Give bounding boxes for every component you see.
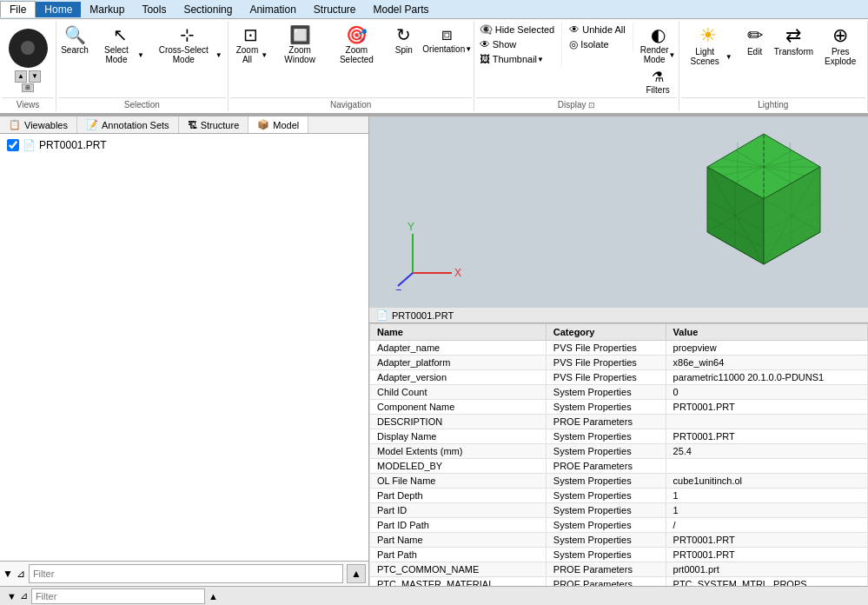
menu-structure[interactable]: Structure [305, 2, 365, 17]
zoom-selected-button[interactable]: 🎯 Zoom Selected [328, 23, 385, 66]
show-button[interactable]: 👁 Show [476, 37, 559, 51]
orientation-button[interactable]: ⧈ Orientation▼ [423, 23, 472, 56]
table-row[interactable]: Adapter_versionPVS File Propertiesparame… [370, 370, 868, 385]
transform-icon: ⇄ [785, 24, 801, 47]
menu-animation[interactable]: Animation [241, 2, 304, 17]
edit-icon: ✏ [747, 24, 763, 47]
tab-model[interactable]: 📦 Model [248, 116, 308, 133]
cell-value: cube1unitinch.ol [666, 474, 867, 489]
cell-value: PTC_SYSTEM_MTRL_PROPS [666, 577, 867, 587]
svg-text:X: X [454, 267, 461, 279]
cell-name: Part Depth [370, 489, 547, 503]
spin-button[interactable]: ↻ Spin [387, 23, 421, 57]
unhide-all-button[interactable]: 👁 Unhide All [566, 23, 629, 37]
zoom-window-button[interactable]: 🔲 Zoom Window [273, 23, 327, 66]
hide-selected-icon: 👁‍🗨 [480, 23, 493, 36]
menu-sectioning[interactable]: Sectioning [175, 2, 241, 17]
hide-selected-button[interactable]: 👁‍🗨 Hide Selected [476, 23, 559, 37]
menu-home[interactable]: Home [36, 2, 81, 17]
cell-category: System Properties [546, 474, 666, 489]
tab-viewables-label: Viewables [24, 120, 68, 130]
orientation-label: Orientation▼ [422, 44, 472, 54]
properties-tab-icon: 📄 [376, 309, 388, 321]
cell-value [666, 459, 867, 474]
light-scenes-button[interactable]: ☀ Light Scenes▼ [681, 23, 736, 68]
selection-label: Selection [58, 97, 226, 110]
filter-expand-button[interactable]: ▲ [347, 564, 366, 583]
cross-select-button[interactable]: ⊹ Cross-Select Mode▼ [149, 23, 226, 66]
tree-item-label: PRT0001.PRT [39, 139, 107, 151]
tab-viewables[interactable]: 📋 Viewables [0, 116, 77, 133]
cell-category: PVS File Properties [546, 341, 666, 356]
svg-text:Z: Z [395, 288, 401, 290]
edit-button[interactable]: ✏ Edit [738, 23, 772, 58]
display-expand-icon[interactable]: ⊡ [588, 101, 595, 110]
pres-explode-button[interactable]: ⊕ Pres Explode [815, 23, 865, 68]
status-filter-input[interactable] [31, 588, 205, 604]
menu-markup[interactable]: Markup [81, 2, 133, 17]
zoom-all-button[interactable]: ⊡ Zoom All▼ [230, 23, 271, 66]
menu-tools[interactable]: Tools [133, 2, 175, 17]
table-row[interactable]: DESCRIPTIONPROE Parameters [370, 415, 868, 429]
filter-input[interactable] [29, 564, 343, 583]
table-row[interactable]: OL File NameSystem Propertiescube1unitin… [370, 474, 868, 489]
table-row[interactable]: Model Extents (mm)System Properties25.4 [370, 444, 868, 459]
table-row[interactable]: Child CountSystem Properties0 [370, 385, 868, 400]
cell-name: Part ID Path [370, 518, 547, 533]
zoom-window-label: Zoom Window [276, 45, 323, 64]
transform-button[interactable]: ⇄ Transform [774, 23, 814, 58]
tab-annotation-sets[interactable]: 📝 Annotation Sets [77, 116, 179, 133]
table-row[interactable]: Adapter_platformPVS File Propertiesx86e_… [370, 356, 868, 370]
viewables-icon: 📋 [9, 119, 21, 130]
cell-value: PRT0001.PRT [666, 533, 867, 548]
view-scroll-up[interactable]: ▲ [15, 70, 27, 83]
cell-value: PRT0001.PRT [666, 429, 867, 444]
tab-structure[interactable]: 🏗 Structure [179, 116, 249, 133]
select-mode-button[interactable]: ↖ Select Mode▼ [93, 23, 148, 66]
zoom-all-label: Zoom All▼ [234, 45, 268, 64]
annotation-icon: 📝 [86, 119, 98, 130]
cell-name: PTC_MASTER_MATERIAL [370, 577, 547, 587]
cell-category: PROE Parameters [546, 562, 666, 577]
table-row[interactable]: Part PathSystem PropertiesPRT0001.PRT [370, 548, 868, 562]
cell-category: PROE Parameters [546, 577, 666, 587]
list-item[interactable]: 📄 PRT0001.PRT [3, 137, 365, 153]
filters-button[interactable]: ⚗ Filters [637, 67, 679, 96]
col-name-header: Name [370, 324, 547, 341]
edit-label: Edit [747, 47, 762, 57]
table-row[interactable]: Part NameSystem PropertiesPRT0001.PRT [370, 533, 868, 548]
isolate-button[interactable]: ◎ Isolate [566, 37, 629, 51]
table-row[interactable]: PTC_MASTER_MATERIALPROE ParametersPTC_SY… [370, 577, 868, 587]
render-mode-button[interactable]: ◐ Render Mode▼ [637, 23, 679, 66]
menu-file[interactable]: File [0, 1, 36, 17]
view-grid-toggle[interactable]: ⊞ [22, 83, 34, 92]
left-panel: 📋 Viewables 📝 Annotation Sets 🏗 Structur… [0, 116, 369, 586]
select-mode-label: Select Mode▼ [96, 45, 144, 64]
search-icon: 🔍 [64, 24, 86, 45]
table-row[interactable]: Part IDSystem Properties1 [370, 503, 868, 518]
table-row[interactable]: Display NameSystem PropertiesPRT0001.PRT [370, 429, 868, 444]
cell-value: / [666, 518, 867, 533]
table-row[interactable]: PTC_COMMON_NAMEPROE Parametersprt0001.pr… [370, 562, 868, 577]
view-scroll-down[interactable]: ▼ [29, 70, 41, 83]
cell-name: Component Name [370, 400, 547, 415]
thumbnail-button[interactable]: 🖼 Thumbnail ▼ [476, 52, 559, 66]
ribbon: ▲ ▼ ⊞ Views 🔍 Search ↖ Select Mode▼ [0, 19, 868, 116]
svg-line-4 [398, 273, 413, 286]
tab-structure-label: Structure [201, 120, 240, 130]
tree-checkbox[interactable] [7, 139, 19, 151]
table-row[interactable]: Part ID PathSystem Properties/ [370, 518, 868, 533]
menu-model-parts[interactable]: Model Parts [365, 2, 438, 17]
cell-name: Part Path [370, 548, 547, 562]
table-row[interactable]: Component NameSystem PropertiesPRT0001.P… [370, 400, 868, 415]
filter-bar: ▼ ⊿ ▲ [0, 561, 368, 586]
show-label: Show [493, 39, 517, 50]
show-icon: 👁 [480, 38, 490, 50]
status-expand-icon[interactable]: ▲ [209, 591, 218, 602]
table-row[interactable]: Adapter_namePVS File Propertiesproepview [370, 341, 868, 356]
table-row[interactable]: Part DepthSystem Properties1 [370, 489, 868, 503]
table-row[interactable]: MODELED_BYPROE Parameters [370, 459, 868, 474]
render-mode-label: Render Mode▼ [640, 45, 676, 64]
cell-value: x86e_win64 [666, 356, 867, 370]
search-button[interactable]: 🔍 Search [58, 23, 91, 57]
